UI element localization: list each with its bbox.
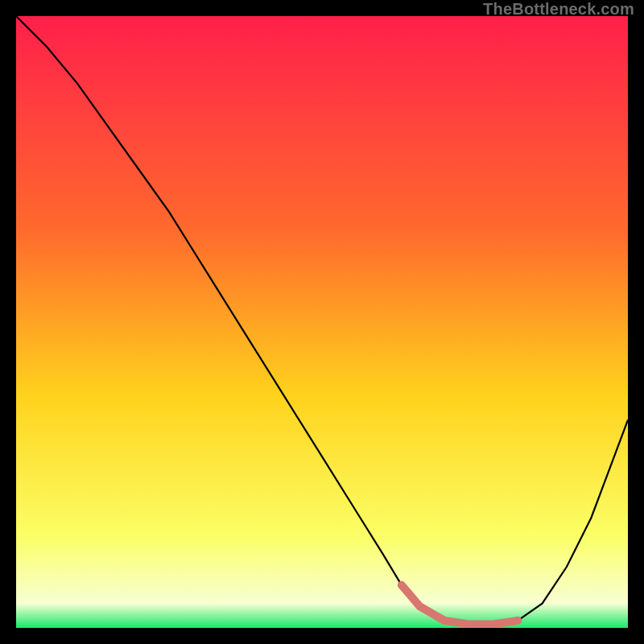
plot-area — [16, 16, 628, 628]
bottleneck-chart: TheBottleneck.com — [0, 0, 644, 644]
gradient-background — [16, 16, 628, 628]
